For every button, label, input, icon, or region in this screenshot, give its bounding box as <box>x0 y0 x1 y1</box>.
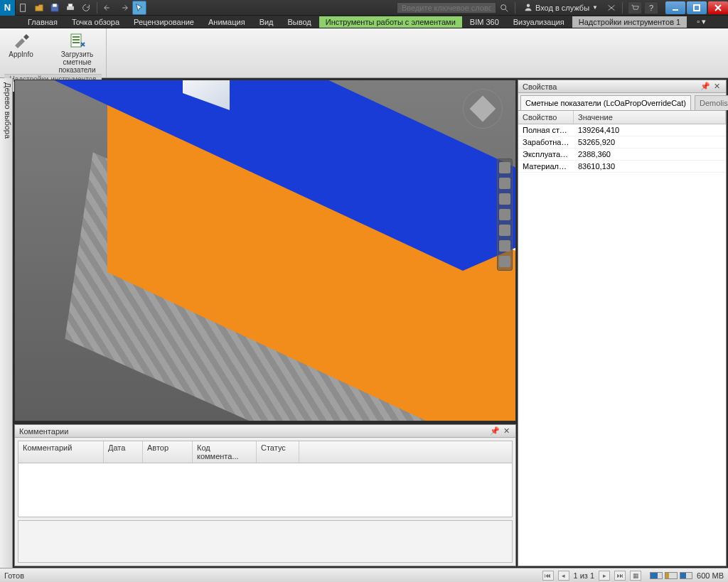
refresh-icon[interactable] <box>79 1 93 15</box>
sheet-prev-icon[interactable]: ◂ <box>558 571 569 581</box>
properties-panel: Свойства 📌 ✕ Сметные показатели (LcOaPro… <box>518 80 727 566</box>
view-cube[interactable] <box>463 89 503 129</box>
server-icon[interactable] <box>665 572 678 579</box>
tab-2[interactable]: Рецензирование <box>127 16 200 28</box>
comments-grid: КомментарийДатаАвторКод коммента...Стату… <box>18 441 513 517</box>
status-page: 1 из 1 <box>574 571 595 580</box>
svg-rect-10 <box>73 39 80 41</box>
nav-walk-icon[interactable] <box>499 240 510 252</box>
property-row[interactable]: Материалы (Mat...83610,130 <box>518 161 726 173</box>
3d-viewport[interactable] <box>14 80 516 421</box>
nav-zoom-icon[interactable] <box>499 193 510 205</box>
comments-panel: Комментарии 📌 ✕ КомментарийДатаАвторКод … <box>14 424 516 566</box>
load-estimates-button[interactable]: Загрузить сметные показатели <box>48 30 107 74</box>
app-icon[interactable]: N <box>0 0 16 16</box>
selection-tree-tab[interactable]: Дерево выбора <box>0 78 13 568</box>
property-row[interactable]: Заработная пла...53265,920 <box>518 136 726 149</box>
properties-panel-title: Свойства <box>523 82 699 91</box>
open-icon[interactable] <box>32 1 46 15</box>
property-key: Эксплуатация м... <box>518 149 574 160</box>
appinfo-button[interactable]: AppInfo <box>0 30 43 74</box>
properties-tab-next[interactable]: DemolishedPhase <box>695 95 728 110</box>
window-maximize-button[interactable] <box>687 1 707 14</box>
tab-9[interactable]: Надстройки инструментов 1 <box>572 16 687 28</box>
svg-rect-9 <box>73 36 80 38</box>
svg-rect-11 <box>73 42 80 43</box>
property-key: Полная стоимо... <box>518 124 574 136</box>
undo-icon[interactable] <box>101 1 115 15</box>
exchange-icon[interactable] <box>604 1 619 15</box>
sheet-browser-icon[interactable]: ▦ <box>630 571 641 581</box>
search-input[interactable] <box>397 2 496 14</box>
property-row[interactable]: Эксплуатация м...2388,360 <box>518 149 726 161</box>
quick-access-toolbar: N Вход в службы ▼ ? <box>0 0 728 16</box>
window-close-button[interactable] <box>708 1 728 14</box>
nav-look-icon[interactable] <box>499 225 510 236</box>
svg-point-5 <box>501 4 506 9</box>
close-icon[interactable]: ✕ <box>712 82 722 92</box>
sheet-first-icon[interactable]: ⏮ <box>542 571 554 581</box>
memory-icon[interactable] <box>680 572 692 579</box>
property-value: 2388,360 <box>574 149 726 160</box>
navigation-bar <box>497 158 513 271</box>
comments-col-4[interactable]: Статус <box>257 441 299 463</box>
properties-grid-header: Свойство Значение <box>518 111 726 124</box>
svg-rect-2 <box>53 4 56 6</box>
status-memory: 600 MB <box>697 571 724 580</box>
property-key: Материалы (Mat... <box>518 161 574 172</box>
sheet-last-icon[interactable]: ⏭ <box>614 571 626 581</box>
svg-rect-7 <box>694 5 700 11</box>
property-value: 53265,920 <box>574 136 726 148</box>
close-icon[interactable]: ✕ <box>501 426 511 436</box>
tab-4[interactable]: Вид <box>253 16 280 28</box>
tab-8[interactable]: Визуализация <box>507 16 571 28</box>
comments-col-3[interactable]: Код коммента... <box>193 441 257 463</box>
tab-overflow-icon[interactable]: ▫ ▾ <box>694 16 709 28</box>
new-icon[interactable] <box>16 1 31 15</box>
redo-icon[interactable] <box>117 1 131 15</box>
nav-steering-icon[interactable] <box>499 162 510 173</box>
tab-6[interactable]: Инструменты работы с элементами <box>319 16 462 28</box>
user-icon <box>524 3 532 13</box>
status-ready: Готов <box>4 571 24 580</box>
property-row[interactable]: Полная стоимо...139264,410 <box>518 124 726 136</box>
comments-col-2[interactable]: Автор <box>143 441 193 463</box>
select-icon[interactable] <box>132 1 146 15</box>
sheet-next-icon[interactable]: ▸ <box>599 571 610 581</box>
login-button[interactable]: Вход в службы ▼ <box>524 3 598 13</box>
comments-columns: КомментарийДатаАвторКод коммента...Стату… <box>18 441 512 463</box>
properties-panel-header: Свойства 📌 ✕ <box>518 80 726 93</box>
status-bar: Готов ⏮ ◂ 1 из 1 ▸ ⏭ ▦ 600 MB <box>0 568 728 582</box>
disk-icon[interactable] <box>650 572 663 579</box>
appinfo-label: AppInfo <box>9 50 33 58</box>
nav-orbit-icon[interactable] <box>499 209 510 220</box>
tab-7[interactable]: BIM 360 <box>464 16 505 28</box>
save-icon[interactable] <box>48 1 62 15</box>
sheet-icon <box>68 32 87 49</box>
ribbon-group-addins: AppInfo Загрузить сметные показатели Над… <box>0 28 107 77</box>
tab-3[interactable]: Анимация <box>202 16 252 28</box>
tab-5[interactable]: Вывод <box>282 16 318 28</box>
window-minimize-button[interactable] <box>665 1 685 14</box>
search-icon[interactable] <box>497 1 511 15</box>
svg-point-6 <box>527 4 530 7</box>
comments-col-1[interactable]: Дата <box>104 441 143 463</box>
pin-icon[interactable]: 📌 <box>490 426 500 436</box>
help-icon[interactable]: ? <box>644 1 658 14</box>
property-key: Заработная пла... <box>518 136 574 148</box>
load-estimates-label: Загрузить сметные показатели <box>48 50 107 74</box>
print-icon[interactable] <box>63 1 77 15</box>
tab-1[interactable]: Точка обзора <box>65 16 126 28</box>
nav-select-icon[interactable] <box>499 256 510 267</box>
properties-col-key: Свойство <box>518 111 574 124</box>
nav-pan-icon[interactable] <box>499 178 510 189</box>
pin-icon[interactable]: 📌 <box>700 82 710 92</box>
memory-indicators <box>650 572 692 579</box>
properties-tabs: Сметные показатели (LcOaPropOverrideCat)… <box>518 93 726 111</box>
cart-icon[interactable] <box>628 1 642 14</box>
comments-detail-area <box>18 520 513 563</box>
comments-col-0[interactable]: Комментарий <box>18 441 104 463</box>
properties-col-value: Значение <box>574 111 726 124</box>
properties-tab-active[interactable]: Сметные показатели (LcOaPropOverrideCat) <box>520 95 691 110</box>
tab-0[interactable]: Главная <box>21 16 64 28</box>
